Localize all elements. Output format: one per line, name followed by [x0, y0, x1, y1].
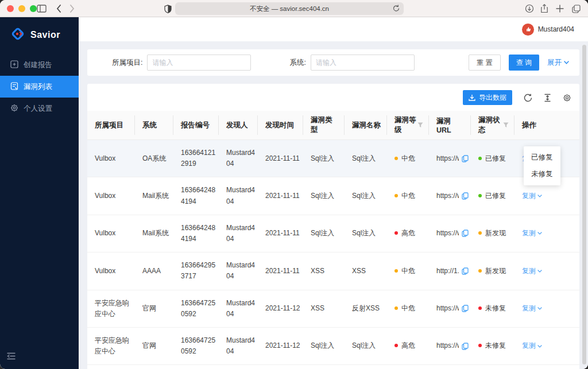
- collapse-sidebar-icon[interactable]: [7, 352, 16, 362]
- forward-button[interactable]: [66, 3, 78, 14]
- chevron-down-icon: [537, 232, 542, 235]
- cell-vuln-url: https://w...: [429, 215, 471, 252]
- cell-vuln-name: Sql注入: [345, 177, 387, 215]
- column-header: 漏洞名称: [345, 111, 387, 140]
- cell-vuln-level: 高危: [387, 365, 429, 369]
- vuln-url-text: http://1.1...: [436, 266, 459, 277]
- cell-vuln-status: 已修复: [471, 140, 514, 177]
- cell-vuln-type: Sql注入: [303, 215, 345, 252]
- vertical-scrollbar[interactable]: [582, 45, 586, 364]
- cell-project: 平安应急响应中心: [87, 327, 135, 364]
- retest-dropdown-link[interactable]: 复测: [522, 228, 542, 239]
- cell-found-date: 2021-11-12: [258, 290, 303, 327]
- table-row: VulboxMail系统1636642484194Mustard4042021-…: [87, 177, 579, 215]
- cell-vuln-url: https://w...: [429, 327, 471, 364]
- username-label[interactable]: Mustard404: [538, 25, 574, 33]
- copy-icon[interactable]: [462, 155, 469, 162]
- cell-project: Vulbox: [87, 140, 135, 177]
- back-button[interactable]: [53, 3, 64, 14]
- downloads-icon[interactable]: [524, 3, 535, 14]
- project-field-label: 所属项目:: [112, 58, 142, 68]
- level-dot-icon: [394, 306, 398, 310]
- cell-report-number: 1636641212919: [173, 140, 219, 177]
- retest-dropdown-link[interactable]: 复测: [522, 191, 542, 201]
- filter-bar: 所属项目: 系统: 重 置 查 询 展开: [87, 49, 579, 76]
- copy-icon[interactable]: [462, 305, 469, 312]
- column-header: 发现人: [219, 111, 258, 140]
- copy-icon[interactable]: [462, 343, 469, 350]
- status-dot-icon: [478, 194, 482, 197]
- cell-vuln-url: http://1.1...: [429, 253, 471, 290]
- column-header-label: 发现时间: [265, 121, 294, 130]
- sidebar-nav: 创建报告漏洞列表个人设置: [0, 54, 79, 119]
- cell-action: 复测: [514, 215, 579, 252]
- cell-vuln-level: 高危: [387, 327, 429, 364]
- query-button[interactable]: 查 询: [509, 55, 539, 71]
- file-list-icon: [10, 82, 18, 92]
- cell-project: Vulbox: [87, 215, 135, 252]
- column-header[interactable]: 漏洞状态: [471, 111, 514, 140]
- cell-report-number: 1636647250592: [173, 327, 219, 364]
- column-header-label: 系统: [142, 121, 157, 130]
- new-tab-icon[interactable]: [554, 3, 566, 14]
- copy-icon[interactable]: [462, 192, 469, 200]
- minimize-window-button[interactable]: [18, 5, 25, 12]
- level-dot-icon: [394, 157, 398, 160]
- share-icon[interactable]: [539, 3, 550, 14]
- table-header-row: 所属项目系统报告编号发现人发现时间漏洞类型漏洞名称漏洞等级漏洞URL漏洞状态操作: [87, 111, 579, 140]
- dropdown-item[interactable]: 未修复: [524, 166, 560, 182]
- cell-system: 官网: [135, 290, 173, 327]
- retest-dropdown-link[interactable]: 复测: [522, 266, 542, 277]
- reload-icon[interactable]: [393, 5, 400, 13]
- copy-icon[interactable]: [462, 267, 469, 275]
- cell-vuln-url: 111: [429, 365, 471, 369]
- filter-funnel-icon[interactable]: [503, 122, 509, 128]
- chevron-down-icon: [537, 345, 542, 348]
- table-row: VulboxAAAA1636642953717Mustard4042021-11…: [87, 253, 579, 290]
- column-header-label: 操作: [522, 121, 536, 130]
- column-height-icon[interactable]: [544, 94, 551, 102]
- column-header-label: 漏洞URL: [436, 116, 465, 134]
- column-header[interactable]: 漏洞等级: [387, 111, 429, 140]
- user-avatar[interactable]: [522, 24, 534, 36]
- refresh-icon[interactable]: [524, 94, 532, 102]
- close-window-button[interactable]: [7, 5, 14, 12]
- column-header-label: 漏洞类型: [311, 115, 339, 135]
- settings-gear-icon[interactable]: [563, 94, 571, 102]
- sidebar-item-gear[interactable]: 个人设置: [0, 98, 79, 119]
- cell-report-number: 1636642953717: [173, 253, 219, 290]
- sidebar-item-plus-square[interactable]: 创建报告: [0, 54, 79, 76]
- cell-system: 1111: [135, 365, 173, 369]
- copy-icon[interactable]: [462, 230, 469, 237]
- reset-button[interactable]: 重 置: [469, 55, 500, 71]
- cell-report-number: 1636642484194: [173, 215, 219, 252]
- cell-project: Vulbox: [87, 365, 135, 369]
- table-toolbar: 导出数据: [87, 84, 579, 111]
- project-input[interactable]: [147, 55, 251, 71]
- filter-funnel-icon: [417, 122, 423, 128]
- chevron-down-icon: [564, 61, 569, 64]
- sidebar: Savior 创建报告漏洞列表个人设置: [0, 17, 79, 369]
- export-data-button[interactable]: 导出数据: [463, 90, 512, 105]
- tab-overview-icon[interactable]: [570, 3, 582, 14]
- dropdown-item[interactable]: 已修复: [524, 149, 560, 166]
- system-input[interactable]: [311, 55, 415, 71]
- address-bar[interactable]: 不安全 — savior.sec404.cn: [175, 2, 404, 15]
- sidebar-item-file-list[interactable]: 漏洞列表: [0, 76, 79, 98]
- retest-dropdown-link[interactable]: 复测: [522, 303, 542, 314]
- filter-funnel-icon[interactable]: [417, 122, 423, 128]
- column-header-label: 漏洞名称: [352, 121, 381, 130]
- cell-vuln-level: 高危: [387, 215, 429, 252]
- export-data-label: 导出数据: [479, 93, 506, 103]
- cell-vuln-type: Sql注入: [303, 365, 345, 369]
- expand-link[interactable]: 展开: [547, 58, 569, 68]
- vuln-url-text: https://w...: [436, 228, 459, 239]
- retest-dropdown-link[interactable]: 复测: [522, 340, 542, 351]
- browser-chrome: 不安全 — savior.sec404.cn: [0, 0, 588, 17]
- table-row: Vulbox11111636682422786Mustard4042021-11…: [87, 365, 579, 369]
- address-bar-text: 不安全 — savior.sec404.cn: [250, 5, 329, 13]
- cell-vuln-name: XSS: [345, 253, 387, 290]
- privacy-shield-icon[interactable]: [162, 3, 173, 14]
- sidebar-toggle-icon[interactable]: [36, 3, 47, 14]
- cell-finder: Mustard404: [219, 365, 258, 369]
